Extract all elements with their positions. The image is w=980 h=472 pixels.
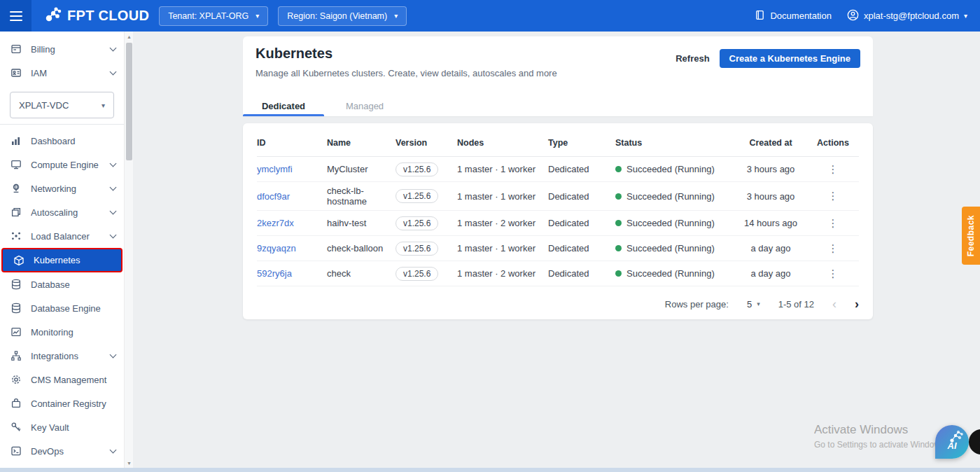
clusters-table-card: ID Name Version Nodes Type Status Create… [243,123,873,319]
documentation-label: Documentation [770,11,831,21]
pagination-range-label: 1-5 of 12 [778,299,814,310]
table-row: dfocf9ar check-lb-hostname v1.25.6 1 mas… [257,182,859,211]
terminal-icon [10,445,22,457]
chevron-down-icon [110,45,117,52]
cluster-id-link[interactable]: dfocf9ar [257,191,290,202]
sidebar-item-database-engine[interactable]: Database Engine [0,296,124,320]
row-actions-button[interactable]: ⋮ [828,190,839,202]
sidebar-item-load-balancer[interactable]: Load Balancer [0,224,124,248]
column-header-type: Type [548,134,615,151]
sidebar-item-devops[interactable]: DevOps [0,439,124,463]
row-actions-button[interactable]: ⋮ [828,217,839,229]
create-kubernetes-engine-button[interactable]: Create a Kubernetes Engine [720,49,860,68]
sidebar-item-monitoring[interactable]: Monitoring [0,320,124,344]
top-navigation-bar: FPT CLOUD Tenant: XPLAT-ORG ▾ Region: Sa… [0,0,980,32]
brand-logo[interactable]: FPT CLOUD [44,6,149,27]
row-actions-button[interactable]: ⋮ [828,242,839,254]
column-header-name: Name [327,134,396,151]
status-label: Succeeded (Running) [626,218,715,228]
database-icon [10,279,22,291]
topbar-right-group: Documentation xplat-stg@fptcloud.com ▾ [755,9,980,23]
cluster-type: Dedicated [548,265,615,282]
column-header-created-at: Created at [734,134,810,151]
ai-assistant-button[interactable]: AI [935,425,969,459]
cluster-type: Dedicated [548,214,615,232]
sidebar-item-label: Integrations [31,351,111,361]
sidebar-item-label: Container Registry [31,398,115,409]
column-header-status: Status [615,134,734,151]
cluster-name: check-lb-hostname [327,182,396,210]
chevron-down-icon [110,69,117,76]
cluster-name: check-balloon [327,240,396,257]
book-icon [755,10,765,22]
sidebar-item-networking[interactable]: Networking [0,176,124,200]
tenant-selector[interactable]: Tenant: XPLAT-ORG ▾ [159,6,268,26]
sidebar-item-database[interactable]: Database [0,272,124,296]
status-label: Succeeded (Running) [626,164,715,174]
sidebar-item-label: CMS Management [31,375,115,385]
sidebar-item-iam[interactable]: IAM [0,61,124,85]
cluster-id-link[interactable]: 2kezr7dx [257,218,294,228]
column-header-nodes: Nodes [457,134,548,151]
sidebar-item-label: Dashboard [31,136,115,146]
sidebar-item-label: Networking [31,183,111,194]
rows-per-page-value: 5 [747,299,752,310]
rows-per-page-label: Rows per page: [665,299,729,310]
created-at: a day ago [734,265,810,282]
monitor-icon [10,159,22,171]
next-page-button[interactable]: › [855,297,859,312]
sidebar-item-cms-management[interactable]: CMS Management [0,368,124,391]
user-avatar-icon [847,9,859,23]
chevron-down-icon [110,352,117,359]
scroll-down-arrow-icon[interactable]: ▼ [125,458,134,468]
sidebar-item-label: Database Engine [31,303,115,314]
vdc-selector[interactable]: XPLAT-VDC ▾ [10,92,114,118]
menu-toggle-button[interactable] [0,0,31,32]
sidebar-item-kubernetes[interactable]: Kubernetes [3,249,121,271]
cluster-type: Dedicated [548,240,615,257]
sidebar-scrollbar[interactable]: ▲ ▼ [124,32,133,468]
scroll-up-arrow-icon[interactable]: ▲ [125,32,134,41]
tab-managed[interactable]: Managed [324,95,405,116]
user-account-menu[interactable]: xplat-stg@fptcloud.com ▾ [847,9,967,23]
feedback-tab-button[interactable]: Feedback [962,207,980,265]
created-at: a day ago [734,240,810,257]
sidebar-item-key-vault[interactable]: Key Vault [0,415,124,439]
previous-page-button[interactable]: ‹ [832,297,836,312]
scrollbar-thumb[interactable] [126,43,132,160]
sidebar-item-compute-engine[interactable]: Compute Engine [0,153,124,176]
status-dot [615,166,622,172]
sidebar-item-label: Kubernetes [34,255,113,265]
bar-chart-icon [10,135,22,147]
rows-per-page-select[interactable]: 5 ▾ [747,299,760,310]
network-globe-icon [10,183,22,195]
cluster-type: Dedicated [548,188,615,205]
status-dot [615,220,622,226]
sidebar-item-autoscaling[interactable]: Autoscaling [0,200,124,224]
cluster-id-link[interactable]: 592ry6ja [257,268,292,279]
table-pagination: Rows per page: 5 ▾ 1-5 of 12 ‹ › [257,288,859,320]
sidebar-item-label: Autoscaling [31,207,111,218]
key-icon [10,422,22,433]
molecule-icon [948,430,964,444]
container-icon [10,398,22,410]
tab-dedicated[interactable]: Dedicated [243,95,324,116]
cluster-name: MyCluster [327,160,396,178]
sidebar-item-billing[interactable]: Billing [0,37,124,61]
sidebar-item-integrations[interactable]: Integrations [0,344,124,368]
version-badge: v1.25.6 [396,216,438,230]
chevron-down-icon: ▾ [255,13,259,20]
row-actions-button[interactable]: ⋮ [828,163,839,175]
sidebar-item-dashboard[interactable]: Dashboard [0,129,124,153]
cluster-id-link[interactable]: 9zqyaqzn [257,243,296,254]
refresh-button[interactable]: Refresh [676,53,709,64]
cluster-id-link[interactable]: ymclymfi [257,164,293,174]
region-selector[interactable]: Region: Saigon (Vietnam) ▾ [278,6,407,26]
id-badge-icon [10,67,22,79]
billing-icon [10,43,22,55]
chevron-down-icon [110,184,117,191]
documentation-link[interactable]: Documentation [755,10,831,22]
chevron-down-icon [110,232,117,239]
row-actions-button[interactable]: ⋮ [828,268,839,279]
sidebar-item-container-registry[interactable]: Container Registry [0,391,124,415]
